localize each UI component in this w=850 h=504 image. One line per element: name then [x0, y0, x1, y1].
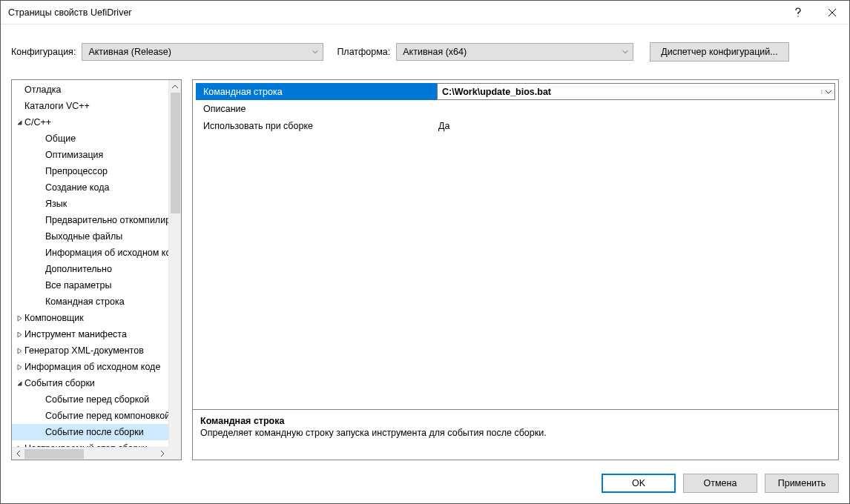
tree-item-label: Все параметры [45, 280, 111, 291]
collapse-icon[interactable] [15, 380, 24, 387]
tree-item-label: Командная строка [45, 296, 125, 307]
tree-item-label: Препроцессор [45, 166, 108, 176]
close-button[interactable] [815, 1, 849, 24]
category-tree: ОтладкаКаталоги VC++C/C++ОбщиеОптимизаци… [11, 79, 182, 460]
right-pane: Командная строкаC:\Work\update_bios.batО… [192, 79, 839, 460]
tree-item-label: Оптимизация [45, 150, 103, 160]
scroll-left-icon[interactable] [12, 448, 24, 460]
property-dropdown-button[interactable] [821, 90, 834, 94]
chevron-down-icon [622, 49, 628, 55]
tree-item[interactable]: Событие перед сборкой [12, 391, 168, 408]
tree-item-label: Инструмент манифеста [24, 329, 127, 339]
property-row[interactable]: Описание [196, 100, 835, 117]
tree-item-label: Язык [45, 199, 67, 209]
tree-item-label: Генератор XML-документов [24, 345, 144, 356]
chevron-down-icon [825, 90, 832, 94]
tree-item-label: Общие [45, 133, 76, 144]
config-row: Конфигурация: Активная (Release) Платфор… [1, 24, 849, 79]
configuration-manager-button[interactable]: Диспетчер конфигураций... [650, 42, 788, 62]
property-row[interactable]: Командная строкаC:\Work\update_bios.bat [196, 83, 835, 100]
help-icon [794, 7, 802, 18]
tree-item-label: Информация об исходном коде [45, 248, 168, 258]
ok-button[interactable]: OK [602, 474, 676, 493]
platform-select[interactable]: Активная (x64) [396, 43, 633, 61]
tree-item-label: Событие после сборки [45, 427, 144, 437]
description-panel: Командная строка Определяет командную ст… [192, 410, 839, 460]
tree-item[interactable]: Компоновщик [12, 310, 168, 326]
configuration-label: Конфигурация: [11, 47, 76, 57]
expand-icon[interactable] [15, 315, 24, 322]
platform-value: Активная (x64) [403, 47, 467, 57]
tree-item[interactable]: Инструмент манифеста [12, 326, 168, 342]
tree-item-label: Дополнительно [45, 264, 112, 274]
property-pages-window: Страницы свойств UefiDriver Конфигурация… [0, 0, 850, 504]
tree-item[interactable]: Отладка [12, 82, 168, 98]
tree-item[interactable]: Информация об исходном коде [12, 245, 168, 261]
property-name: Использовать при сборке [196, 117, 437, 134]
tree-item-label: Отладка [24, 84, 61, 95]
scroll-right-icon[interactable] [156, 448, 168, 460]
tree-item[interactable]: События сборки [12, 375, 168, 391]
tree-item-label: Выходные файлы [45, 231, 122, 242]
tree-item[interactable]: Событие после сборки [12, 424, 168, 440]
expand-icon[interactable] [15, 364, 24, 371]
tree-item[interactable]: Дополнительно [12, 261, 168, 277]
chevron-down-icon [312, 49, 318, 55]
tree-item[interactable]: Генератор XML-документов [12, 342, 168, 359]
tree-body: ОтладкаКаталоги VC++C/C++ОбщиеОптимизаци… [12, 80, 168, 460]
property-value-text[interactable]: C:\Work\update_bios.bat [439, 87, 821, 97]
tree-item[interactable]: Командная строка [12, 294, 168, 310]
tree-item-label: Предварительно откомпилированные заголов… [45, 215, 168, 225]
configuration-select[interactable]: Активная (Release) [82, 43, 323, 61]
tree-item[interactable]: Язык [12, 196, 168, 212]
vertical-scrollbar[interactable] [168, 80, 181, 460]
window-title: Страницы свойств UefiDriver [8, 7, 132, 18]
tree-item-label: Информация об исходном коде [24, 362, 160, 372]
tree-item[interactable]: Создание кода [12, 179, 168, 196]
property-grid: Командная строкаC:\Work\update_bios.batО… [192, 79, 839, 410]
main-area: ОтладкаКаталоги VC++C/C++ОбщиеОптимизаци… [1, 79, 849, 474]
scroll-corner [168, 447, 181, 460]
help-button[interactable] [781, 1, 815, 24]
tree-item[interactable]: Все параметры [12, 277, 168, 294]
tree-item[interactable]: Каталоги VC++ [12, 98, 168, 114]
tree-item[interactable]: Информация об исходном коде [12, 359, 168, 375]
tree-item-label: C/C++ [24, 117, 51, 127]
tree-item-label: Событие перед сборкой [45, 394, 149, 405]
tree-item-label: Компоновщик [24, 313, 84, 323]
tree-item[interactable]: Препроцессор [12, 163, 168, 179]
horizontal-scrollbar[interactable] [12, 447, 168, 460]
cancel-button[interactable]: Отмена [683, 474, 757, 493]
tree-item[interactable]: C/C++ [12, 114, 168, 130]
expand-icon[interactable] [15, 348, 24, 354]
description-text: Определяет командную строку запуска инст… [200, 428, 831, 438]
titlebar: Страницы свойств UefiDriver [1, 1, 849, 24]
scroll-thumb[interactable] [171, 93, 180, 213]
property-value[interactable] [437, 100, 835, 117]
apply-button[interactable]: Применить [765, 474, 839, 493]
tree-item-label: Событие перед компоновкой [45, 411, 168, 421]
tree-item[interactable]: Событие перед компоновкой [12, 408, 168, 424]
scroll-up-icon[interactable] [169, 80, 182, 93]
tree-item-label: Каталоги VC++ [24, 101, 90, 111]
property-name: Описание [196, 100, 437, 117]
close-icon [828, 9, 836, 16]
property-value[interactable]: C:\Work\update_bios.bat [437, 83, 835, 100]
tree-item[interactable]: Выходные файлы [12, 228, 168, 245]
tree-item-label: События сборки [24, 378, 95, 388]
property-value[interactable]: Да [437, 117, 835, 134]
tree-item[interactable]: Предварительно откомпилированные заголов… [12, 212, 168, 228]
property-name: Командная строка [196, 83, 437, 100]
scroll-thumb[interactable] [24, 449, 84, 459]
tree-item[interactable]: Общие [12, 130, 168, 147]
platform-label: Платформа: [337, 47, 390, 57]
collapse-icon[interactable] [15, 119, 24, 126]
description-title: Командная строка [200, 416, 831, 426]
dialog-footer: OK Отмена Применить [1, 474, 849, 503]
expand-icon[interactable] [15, 331, 24, 338]
property-row[interactable]: Использовать при сборкеДа [196, 117, 835, 134]
tree-item[interactable]: Оптимизация [12, 147, 168, 163]
tree-item-label: Создание кода [45, 182, 109, 193]
configuration-value: Активная (Release) [88, 47, 171, 57]
